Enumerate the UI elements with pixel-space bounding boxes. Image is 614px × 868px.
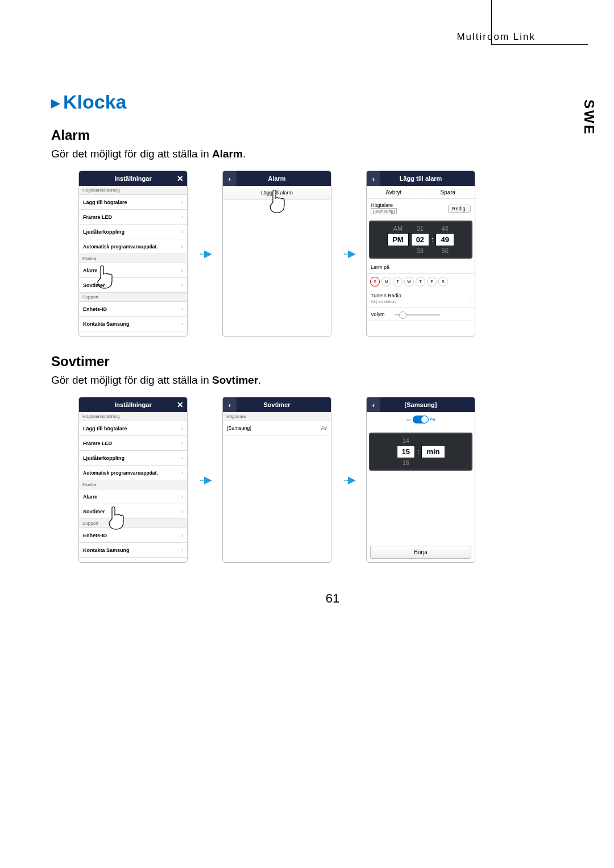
menu-contact-samsung[interactable]: Kontakta Samsung› [79,317,187,331]
sovtimer-speaker-row[interactable]: [Samsung] Av [223,421,331,435]
menu-add-speaker[interactable]: Lägg till högtalare› [79,195,187,210]
minute-picker[interactable]: 14 15 16 : min [369,433,472,471]
close-icon[interactable]: ✕ [173,397,187,412]
back-icon[interactable]: ‹ [223,171,237,186]
subheading-alarm: Alarm [51,127,614,143]
start-button[interactable]: Börja [370,546,471,559]
cancel-button[interactable]: Avbryt [367,186,421,198]
menu-device-id[interactable]: Enhets-ID› [79,528,187,543]
screenshot-settings-sovtimer: Inställningar ✕ Högtalarinställning Lägg… [78,397,188,563]
settings-section-clock: Klocka [79,480,187,489]
arrow-icon: ···▶ [199,247,211,260]
menu-contact-samsung[interactable]: Kontakta Samsung› [79,543,187,558]
settings-section-clock: Klocka [79,254,187,263]
sovtimer-section: Högtalare [223,412,331,421]
screenshot-add-alarm: ‹ Lägg till alarm Avbryt Spara Högtalare… [366,171,475,337]
tunein-row[interactable]: TuneIn RadioVälj en station › [367,289,475,308]
menu-sovtimer[interactable]: Sovtimer› [79,504,187,519]
time-picker[interactable]: AM PM 01 02 03 : 48 49 50 [369,221,472,259]
settings-section-support: Support [79,519,187,528]
day-selector[interactable]: S M T W T F S [367,274,475,289]
menu-front-led[interactable]: Främre LED› [79,436,187,451]
save-button[interactable]: Spara [421,186,475,198]
back-icon[interactable]: ‹ [367,397,380,412]
subheading-sovtimer: Sovtimer [51,354,614,369]
menu-auto-update[interactable]: Automatisk programvaruuppdat.› [79,239,187,254]
menu-device-id[interactable]: Enhets-ID› [79,302,187,317]
back-icon[interactable]: ‹ [223,397,237,412]
speaker-row: Högtalare [Samsung] Redig. [367,199,475,218]
screenshot-alarm-list: ‹ Alarm Lägg till alarm [222,171,331,337]
settings-section-support: Support [79,293,187,302]
menu-alarm[interactable]: Alarm› [79,263,187,278]
menu-front-led[interactable]: Främre LED› [79,210,187,225]
page-number: 61 [51,591,614,606]
settings-section-speaker: Högtalarinställning [79,412,187,421]
menu-audio-return[interactable]: Ljudåterkoppling› [79,225,187,239]
arrow-icon: ···▶ [343,247,355,260]
arrow-icon: ···▶ [343,474,355,486]
add-alarm-button[interactable]: Lägg till alarm [223,186,331,200]
alarm-description: Gör det möjligt för dig att ställa in Al… [51,148,614,160]
edit-button[interactable]: Redig. [448,205,471,213]
sovtimer-description: Gör det möjligt för dig att ställa in So… [51,374,614,387]
back-icon[interactable]: ‹ [367,171,380,186]
volume-row[interactable]: Volym [367,308,475,321]
page-title: ▶Klocka [51,91,614,113]
screenshot-sovtimer-detail: ‹ [Samsung] Av På 14 15 16 : [366,397,475,563]
menu-sovtimer[interactable]: Sovtimer› [79,278,187,293]
menu-add-speaker[interactable]: Lägg till högtalare› [79,421,187,436]
alarm-on-label: Larm på [367,261,475,274]
settings-section-speaker: Högtalarinställning [79,186,187,195]
menu-audio-return[interactable]: Ljudåterkoppling› [79,451,187,466]
on-off-toggle[interactable]: Av På [406,416,435,423]
language-tab: SWE [581,99,597,136]
menu-auto-update[interactable]: Automatisk programvaruuppdat.› [79,466,187,480]
screenshot-sovtimer-list: ‹ Sovtimer Högtalare [Samsung] Av [222,397,331,563]
header-section-title: Multiroom Link [457,31,536,43]
arrow-icon: ···▶ [199,474,211,486]
screenshot-settings-alarm: Inställningar ✕ Högtalarinställning Lägg… [78,171,188,337]
close-icon[interactable]: ✕ [173,171,187,186]
menu-alarm[interactable]: Alarm› [79,489,187,504]
